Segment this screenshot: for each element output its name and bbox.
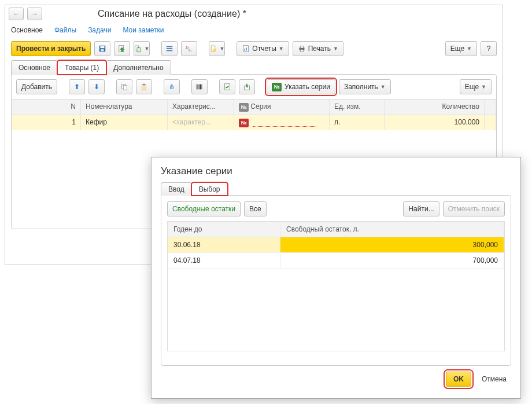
svg-rect-25 xyxy=(199,85,200,90)
page-title: Списание на расходы (создание) * xyxy=(98,9,246,19)
col-char[interactable]: Характерис... xyxy=(168,100,234,115)
attach-icon xyxy=(209,45,217,53)
attach-button[interactable]: ▼ xyxy=(209,41,225,56)
col-qty[interactable]: Количество xyxy=(385,100,485,115)
col-free-stock[interactable]: Свободный остаток, л. xyxy=(280,222,504,237)
svg-rect-22 xyxy=(143,84,145,86)
tab-main[interactable]: Основное xyxy=(11,60,58,75)
dialog-toolbar: Свободные остатки Все Найти... Отменить … xyxy=(167,201,505,216)
fill-button[interactable]: Заполнить▼ xyxy=(339,79,391,94)
tab-extra[interactable]: Дополнительно xyxy=(106,60,171,75)
paste-button[interactable] xyxy=(136,79,152,94)
all-stocks-button[interactable]: Все xyxy=(244,201,267,216)
ok-button[interactable]: OK xyxy=(446,372,471,387)
post-and-close-button[interactable]: Провести и закрыть xyxy=(11,41,91,56)
move-up-button[interactable]: ⬆ xyxy=(69,79,85,94)
more-button[interactable]: Еще▼ xyxy=(445,41,477,56)
list-button[interactable] xyxy=(161,41,178,56)
check-doc-icon xyxy=(223,83,231,91)
find-button[interactable]: Найти... xyxy=(403,201,439,216)
check-button[interactable] xyxy=(219,79,235,94)
col-valid-until[interactable]: Годен до xyxy=(168,222,280,237)
svg-rect-15 xyxy=(246,47,247,50)
post-button[interactable] xyxy=(114,41,130,56)
dlg-tab-input[interactable]: Ввод xyxy=(161,182,192,196)
goods-toolbar: Добавить ⬆ ⬇ ⋔ xyxy=(12,75,496,99)
move-down-button[interactable]: ⬇ xyxy=(88,79,105,94)
dialog-tabs: Ввод Выбор xyxy=(152,182,520,195)
svg-rect-2 xyxy=(101,49,104,52)
table-row[interactable]: 1 Кефир <характер... № л. 100,000 xyxy=(12,115,496,130)
dtkt-icon: ДтКт xyxy=(185,45,193,53)
svg-rect-8 xyxy=(167,50,173,52)
dialog-body: Свободные остатки Все Найти... Отменить … xyxy=(161,195,511,366)
back-button[interactable]: ← xyxy=(9,8,24,20)
based-on-button[interactable]: ▼ xyxy=(134,41,150,56)
col-n[interactable]: N xyxy=(12,100,81,115)
cell-char: <характер... xyxy=(168,115,234,130)
serie-head-icon: № xyxy=(239,103,249,112)
print-button[interactable]: Печать▼ xyxy=(293,41,343,56)
set-series-button[interactable]: № Указать серии xyxy=(267,79,335,94)
form-tabs: Основное Товары (1) Дополнительно xyxy=(5,60,503,74)
arrow-up-icon: ⬆ xyxy=(74,83,80,91)
nav-row: ← → Списание на расходы (создание) * xyxy=(5,5,503,23)
share-button[interactable]: ⋔ xyxy=(164,79,180,94)
svg-rect-26 xyxy=(200,85,201,90)
cefficient-rest: 300,000 xyxy=(280,237,504,252)
serie-badge-icon: № xyxy=(272,83,282,91)
series-dialog: Указание серии Ввод Выбор Свободные оста… xyxy=(151,157,521,399)
import-icon xyxy=(243,83,251,91)
cell-n: 1 xyxy=(12,115,81,130)
barcode-icon xyxy=(195,83,204,91)
add-button[interactable]: Добавить xyxy=(16,79,57,94)
cell-ed: л. xyxy=(330,115,385,130)
dtkt-button[interactable]: ДтКт xyxy=(181,41,197,56)
printer-icon xyxy=(298,45,306,53)
svg-rect-17 xyxy=(300,46,303,49)
cancel-button[interactable]: Отмена xyxy=(477,372,511,387)
dlg-tab-select[interactable]: Выбор xyxy=(191,182,228,196)
col-ed[interactable]: Ед. изм. xyxy=(330,100,385,115)
section-links: Основное Файлы Задачи Мои заметки xyxy=(5,23,503,38)
post-icon xyxy=(118,45,126,53)
svg-rect-5 xyxy=(137,47,141,52)
svg-rect-27 xyxy=(202,85,202,90)
copy-button[interactable] xyxy=(116,79,132,94)
free-stocks-button[interactable]: Свободные остатки xyxy=(167,201,241,216)
arrow-down-icon: ⬇ xyxy=(94,83,99,91)
link-notes[interactable]: Мои заметки xyxy=(123,26,164,34)
reports-button[interactable]: Отчеты▼ xyxy=(237,41,289,56)
help-button[interactable]: ? xyxy=(481,41,497,56)
col-nom[interactable]: Номенклатура xyxy=(81,100,168,115)
list-icon xyxy=(165,45,173,53)
goods-more-button[interactable]: Еще▼ xyxy=(460,79,492,94)
save-button[interactable] xyxy=(94,41,110,56)
forward-button[interactable]: → xyxy=(27,8,42,20)
import-button[interactable] xyxy=(239,79,255,94)
series-grid: Годен до Свободный остаток, л. 30.06.18 … xyxy=(167,221,505,351)
cell-date: 04.07.18 xyxy=(168,253,280,268)
link-tasks[interactable]: Задачи xyxy=(88,26,111,34)
report-icon xyxy=(242,45,250,53)
cell-serie[interactable]: № xyxy=(234,115,330,130)
svg-rect-6 xyxy=(167,46,173,47)
link-main[interactable]: Основное xyxy=(11,26,43,34)
serie-input-line[interactable] xyxy=(253,119,316,127)
svg-rect-14 xyxy=(245,49,246,51)
serie-red-icon: № xyxy=(239,119,249,127)
col-serie[interactable]: № Серия xyxy=(234,100,330,115)
link-files[interactable]: Файлы xyxy=(54,26,76,34)
floppy-icon xyxy=(98,45,106,53)
based-on-icon xyxy=(134,45,142,53)
series-row[interactable]: 30.06.18 300,000 xyxy=(168,237,504,253)
cancel-find-button[interactable]: Отменить поиск xyxy=(443,201,505,216)
dialog-footer: OK Отмена xyxy=(152,366,520,392)
svg-rect-20 xyxy=(123,85,127,90)
svg-rect-1 xyxy=(101,46,105,49)
cell-date: 30.06.18 xyxy=(168,237,280,252)
tab-goods[interactable]: Товары (1) xyxy=(57,60,106,75)
svg-rect-24 xyxy=(198,85,199,90)
barcode-button[interactable] xyxy=(191,79,208,94)
series-row[interactable]: 04.07.18 700,000 xyxy=(168,253,504,269)
